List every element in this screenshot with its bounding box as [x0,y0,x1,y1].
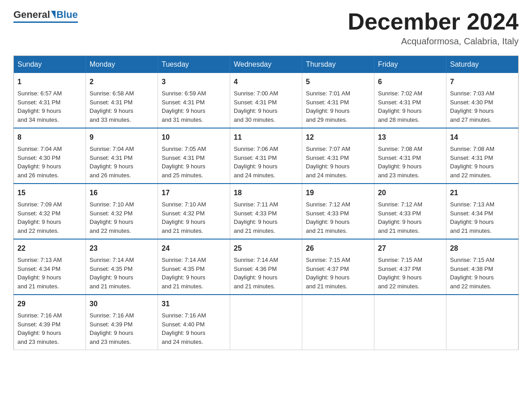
day-cell: 1 Sunrise: 6:57 AMSunset: 4:31 PMDayligh… [14,73,86,128]
day-cell: 13 Sunrise: 7:08 AMSunset: 4:31 PMDaylig… [374,128,446,184]
day-cell: 3 Sunrise: 6:59 AMSunset: 4:31 PMDayligh… [158,73,230,128]
header-monday: Monday [86,56,158,73]
day-number: 20 [378,188,442,198]
day-info: Sunrise: 7:14 AMSunset: 4:35 PMDaylight:… [162,257,206,290]
day-cell: 12 Sunrise: 7:07 AMSunset: 4:31 PMDaylig… [302,128,374,184]
day-info: Sunrise: 7:11 AMSunset: 4:33 PMDaylight:… [234,201,278,234]
day-cell: 25 Sunrise: 7:14 AMSunset: 4:36 PMDaylig… [230,239,302,295]
header-sunday: Sunday [14,56,86,73]
day-cell [230,295,302,350]
day-number: 3 [162,77,226,87]
day-info: Sunrise: 7:16 AMSunset: 4:39 PMDaylight:… [17,312,62,345]
day-info: Sunrise: 7:04 AMSunset: 4:31 PMDaylight:… [90,146,134,179]
day-cell: 29 Sunrise: 7:16 AMSunset: 4:39 PMDaylig… [14,295,86,350]
page-header: General Blue December 2024 Acquaformosa,… [13,9,519,47]
day-info: Sunrise: 7:13 AMSunset: 4:34 PMDaylight:… [17,257,62,290]
day-info: Sunrise: 7:06 AMSunset: 4:31 PMDaylight:… [234,146,278,179]
day-cell: 17 Sunrise: 7:10 AMSunset: 4:32 PMDaylig… [158,184,230,239]
day-info: Sunrise: 7:03 AMSunset: 4:30 PMDaylight:… [450,90,494,123]
day-number: 8 [17,132,82,143]
day-info: Sunrise: 7:10 AMSunset: 4:32 PMDaylight:… [162,201,206,234]
week-row-1: 1 Sunrise: 6:57 AMSunset: 4:31 PMDayligh… [14,73,519,128]
day-cell: 18 Sunrise: 7:11 AMSunset: 4:33 PMDaylig… [230,184,302,239]
day-cell [302,295,374,350]
day-info: Sunrise: 6:59 AMSunset: 4:31 PMDaylight:… [162,90,206,123]
day-cell: 6 Sunrise: 7:02 AMSunset: 4:31 PMDayligh… [374,73,446,128]
header-friday: Friday [374,56,446,73]
day-cell: 28 Sunrise: 7:15 AMSunset: 4:38 PMDaylig… [446,239,519,295]
logo-underline [13,21,78,23]
day-info: Sunrise: 7:00 AMSunset: 4:31 PMDaylight:… [234,90,278,123]
day-cell [374,295,446,350]
day-number: 7 [450,77,515,87]
day-cell: 4 Sunrise: 7:00 AMSunset: 4:31 PMDayligh… [230,73,302,128]
day-cell: 20 Sunrise: 7:12 AMSunset: 4:33 PMDaylig… [374,184,446,239]
day-cell: 27 Sunrise: 7:15 AMSunset: 4:37 PMDaylig… [374,239,446,295]
day-info: Sunrise: 7:10 AMSunset: 4:32 PMDaylight:… [90,201,134,234]
day-info: Sunrise: 7:14 AMSunset: 4:35 PMDaylight:… [90,257,134,290]
day-cell: 10 Sunrise: 7:05 AMSunset: 4:31 PMDaylig… [158,128,230,184]
day-number: 1 [17,77,82,87]
day-cell: 22 Sunrise: 7:13 AMSunset: 4:34 PMDaylig… [14,239,86,295]
day-header-row: SundayMondayTuesdayWednesdayThursdayFrid… [14,56,519,73]
day-cell: 5 Sunrise: 7:01 AMSunset: 4:31 PMDayligh… [302,73,374,128]
day-number: 6 [378,77,442,87]
day-number: 17 [162,188,226,198]
day-number: 16 [90,188,154,198]
day-number: 21 [450,188,515,198]
day-info: Sunrise: 7:05 AMSunset: 4:31 PMDaylight:… [162,146,206,179]
day-number: 29 [17,299,82,309]
day-cell: 16 Sunrise: 7:10 AMSunset: 4:32 PMDaylig… [86,184,158,239]
week-row-2: 8 Sunrise: 7:04 AMSunset: 4:30 PMDayligh… [14,128,519,184]
day-number: 27 [378,243,442,254]
day-number: 22 [17,243,82,254]
day-number: 2 [90,77,154,87]
location-title: Acquaformosa, Calabria, Italy [348,36,519,47]
day-info: Sunrise: 7:14 AMSunset: 4:36 PMDaylight:… [234,257,278,290]
day-cell: 14 Sunrise: 7:08 AMSunset: 4:31 PMDaylig… [446,128,519,184]
day-number: 30 [90,299,154,309]
day-number: 14 [450,132,515,143]
day-cell: 2 Sunrise: 6:58 AMSunset: 4:31 PMDayligh… [86,73,158,128]
logo: General Blue [13,9,78,23]
day-number: 26 [306,243,370,254]
day-cell: 8 Sunrise: 7:04 AMSunset: 4:30 PMDayligh… [14,128,86,184]
day-info: Sunrise: 7:12 AMSunset: 4:33 PMDaylight:… [306,201,350,234]
day-cell: 11 Sunrise: 7:06 AMSunset: 4:31 PMDaylig… [230,128,302,184]
header-thursday: Thursday [302,56,374,73]
day-info: Sunrise: 7:16 AMSunset: 4:40 PMDaylight:… [162,312,206,345]
day-info: Sunrise: 7:13 AMSunset: 4:34 PMDaylight:… [450,201,494,234]
logo-blue: Blue [56,9,78,21]
day-info: Sunrise: 7:02 AMSunset: 4:31 PMDaylight:… [378,90,422,123]
day-number: 9 [90,132,154,143]
day-info: Sunrise: 7:04 AMSunset: 4:30 PMDaylight:… [17,146,62,179]
logo-triangle-icon [51,11,56,19]
day-cell: 9 Sunrise: 7:04 AMSunset: 4:31 PMDayligh… [86,128,158,184]
day-info: Sunrise: 7:16 AMSunset: 4:39 PMDaylight:… [90,312,134,345]
day-cell: 21 Sunrise: 7:13 AMSunset: 4:34 PMDaylig… [446,184,519,239]
day-info: Sunrise: 6:58 AMSunset: 4:31 PMDaylight:… [90,90,134,123]
day-number: 10 [162,132,226,143]
title-section: December 2024 Acquaformosa, Calabria, It… [348,9,519,47]
day-cell: 30 Sunrise: 7:16 AMSunset: 4:39 PMDaylig… [86,295,158,350]
day-number: 23 [90,243,154,254]
week-row-5: 29 Sunrise: 7:16 AMSunset: 4:39 PMDaylig… [14,295,519,350]
day-cell [446,295,519,350]
calendar-table: SundayMondayTuesdayWednesdayThursdayFrid… [13,56,519,350]
header-wednesday: Wednesday [230,56,302,73]
header-saturday: Saturday [446,56,519,73]
day-info: Sunrise: 7:08 AMSunset: 4:31 PMDaylight:… [450,146,494,179]
day-number: 4 [234,77,298,87]
day-number: 19 [306,188,370,198]
month-title: December 2024 [348,9,519,34]
day-cell: 15 Sunrise: 7:09 AMSunset: 4:32 PMDaylig… [14,184,86,239]
day-info: Sunrise: 7:15 AMSunset: 4:37 PMDaylight:… [378,257,422,290]
day-cell: 26 Sunrise: 7:15 AMSunset: 4:37 PMDaylig… [302,239,374,295]
day-number: 18 [234,188,298,198]
day-cell: 7 Sunrise: 7:03 AMSunset: 4:30 PMDayligh… [446,73,519,128]
day-number: 11 [234,132,298,143]
day-number: 25 [234,243,298,254]
day-number: 5 [306,77,370,87]
day-cell: 24 Sunrise: 7:14 AMSunset: 4:35 PMDaylig… [158,239,230,295]
day-cell: 23 Sunrise: 7:14 AMSunset: 4:35 PMDaylig… [86,239,158,295]
